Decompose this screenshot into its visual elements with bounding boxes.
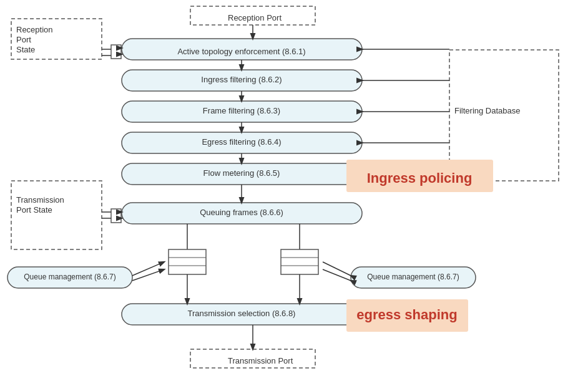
egress-shaping-text: egress shaping	[356, 307, 457, 322]
active-topology-label: Active topology enforcement (8.6.1)	[177, 47, 305, 56]
queuing-frames-label: Queuing frames (8.6.6)	[200, 208, 283, 217]
egress-filtering-label: Egress filtering (8.6.4)	[202, 137, 281, 147]
svg-text:State: State	[16, 45, 35, 54]
reception-port-label: Reception Port	[228, 13, 282, 22]
frame-filtering-label: Frame filtering (8.6.3)	[203, 106, 280, 115]
connector-square-bottom	[111, 209, 121, 223]
svg-text:Port State: Port State	[16, 205, 52, 215]
svg-text:Transmission: Transmission	[16, 195, 64, 205]
arrow-queue-mgmt-left-to-buf2	[132, 269, 164, 281]
transmission-port-state-box	[11, 181, 102, 249]
arrow-buf-to-queue-mgmt-right2	[323, 269, 351, 281]
flow-metering-label: Flow metering (8.6.5)	[203, 168, 280, 178]
queue-buffer-right	[281, 249, 318, 274]
queue-mgmt-right-label: Queue management (8.6.7)	[367, 273, 459, 281]
diagram-container: Reception Port State Transmission Port S…	[0, 0, 588, 391]
transmission-port-label: Transmission Port	[228, 356, 293, 365]
ingress-filtering-label: Ingress filtering (8.6.2)	[201, 75, 282, 84]
svg-text:Filtering Database: Filtering Database	[454, 106, 521, 115]
queue-mgmt-left-label: Queue management (8.6.7)	[24, 273, 115, 281]
transmission-selection-label: Transmission selection (8.6.8)	[188, 309, 296, 318]
connector-square-top	[111, 45, 121, 59]
arrow-buf-to-queue-mgmt-right	[323, 262, 351, 276]
arrow-queue-mgmt-left-to-buf	[132, 262, 164, 276]
svg-text:Port: Port	[16, 35, 31, 44]
reception-port-state-label: Reception	[16, 25, 53, 34]
ingress-policing-text: Ingress policing	[367, 170, 473, 186]
queue-buffer-left	[169, 249, 206, 274]
